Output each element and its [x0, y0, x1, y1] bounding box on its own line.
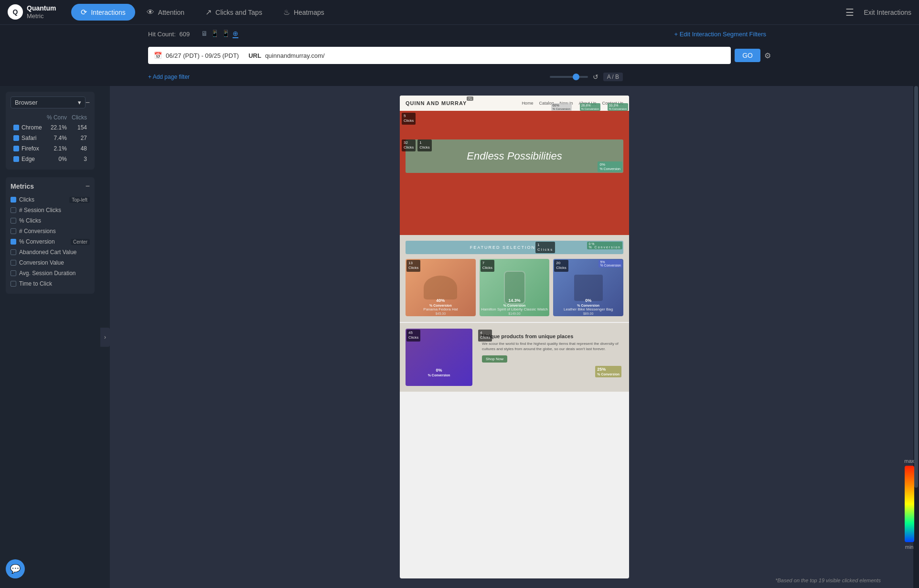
featured-bar: FEATURED SELECTION 1Clicks 0%% Conversio…	[406, 241, 623, 254]
calendar-icon: 📅	[154, 52, 162, 59]
edit-segment-button[interactable]: + Edit Interaction Segment Filters	[674, 31, 766, 38]
metric-checkbox-pct-conversion[interactable]	[11, 239, 16, 245]
desktop-icon[interactable]: 🖥	[201, 30, 208, 38]
chat-icon: 💬	[10, 564, 21, 574]
hat-name: Panama Fedora Hat	[406, 307, 476, 311]
logo-text: Quantum Metric	[27, 4, 56, 20]
browser-checkbox[interactable]	[13, 125, 19, 130]
tab-interactions[interactable]: ⟳ Interactions	[71, 4, 135, 21]
tab-clicks-taps[interactable]: ↗ Clicks and Taps	[196, 4, 272, 21]
metric-label-abandoned-cart: Abandoned Cart Value	[19, 249, 77, 256]
tab-heatmaps[interactable]: ♨ Heatmaps	[274, 4, 334, 21]
exit-interactions-button[interactable]: Exit Interactions	[864, 9, 911, 16]
tab-attention[interactable]: 👁 Attention	[137, 4, 194, 21]
metric-checkbox-session-clicks[interactable]	[11, 207, 16, 213]
metric-label-avg-session: Avg. Session Duration	[19, 270, 76, 277]
browser-checkbox[interactable]	[13, 135, 19, 141]
product-card-bag: 20Clicks 0%% Conversion Leather Bike Mes…	[553, 259, 623, 316]
chat-button[interactable]: 💬	[6, 559, 25, 578]
watch-price: $149.00	[480, 312, 550, 315]
metric-pct-clicks[interactable]: % Clicks	[11, 215, 90, 226]
browser-row[interactable]: Chrome 22.1% 154	[11, 123, 89, 132]
url-input[interactable]: quinnandmurray.com/	[265, 52, 725, 59]
nav-conv-badge-26: 26.8%% Conversion	[580, 103, 600, 111]
metric-pct-conversion[interactable]: % Conversion Center	[11, 236, 90, 247]
sidebar: Browser ▾ − % Conv Clicks Chrome	[0, 86, 100, 588]
metric-checkbox-avg-session[interactable]	[11, 270, 16, 276]
browser-clicks: 27	[70, 133, 89, 143]
metric-checkbox-pct-clicks[interactable]	[11, 218, 16, 224]
settings-icon[interactable]: ⚙	[764, 51, 771, 60]
go-button[interactable]: GO	[735, 49, 760, 62]
logo-icon: Q	[8, 4, 23, 20]
url-label: URL	[248, 52, 261, 59]
browser-checkbox[interactable]	[13, 146, 19, 151]
metric-conversions[interactable]: # Conversions	[11, 226, 90, 236]
purple-conv: 0%% Conversion	[406, 368, 472, 377]
metric-checkbox-abandoned-cart[interactable]	[11, 249, 16, 255]
metric-label-session-clicks: # Session Clicks	[19, 207, 61, 214]
site-bottom: 45Clicks 0%% Conversion 4Clicks Unique p…	[400, 323, 629, 392]
date-range[interactable]: 06/27 (PDT) - 09/25 (PDT)	[166, 52, 239, 59]
browser-row[interactable]: Edge 0% 3	[11, 154, 89, 164]
purple-click-badge: 45Clicks	[406, 330, 420, 342]
metrics-panel: Metrics − Clicks Top-left # Session Clic…	[6, 177, 95, 294]
metrics-header: Metrics −	[11, 182, 90, 191]
metrics-panel-close[interactable]: −	[85, 182, 90, 191]
ab-slider[interactable]	[550, 76, 588, 78]
ab-button[interactable]: A / B	[603, 73, 623, 81]
metric-time-to-click[interactable]: Time to Click	[11, 278, 90, 289]
browser-conv: 0%	[45, 154, 69, 164]
metric-abandoned-cart[interactable]: Abandoned Cart Value	[11, 247, 90, 257]
browser-row[interactable]: Safari 7.4% 27	[11, 133, 89, 143]
browser-panel: Browser ▾ − % Conv Clicks Chrome	[6, 92, 95, 170]
metric-label-clicks: Clicks	[19, 196, 34, 203]
metric-label-time-to-click: Time to Click	[19, 280, 52, 287]
browser-name: Edge	[21, 156, 35, 162]
tab-attention-label: Attention	[158, 9, 184, 16]
device-icons: 🖥 📱 📱 ⊕	[201, 30, 238, 38]
browser-checkbox[interactable]	[13, 156, 19, 162]
hero-click-badge: 5Clicks	[402, 113, 416, 125]
watch-conv: 14.3%% Conversion	[480, 298, 550, 308]
scale-max-label: max	[904, 458, 914, 464]
url-bar: 📅 06/27 (PDT) - 09/25 (PDT) URL quinnand…	[148, 47, 731, 64]
browser-row[interactable]: Firefox 2.1% 48	[11, 144, 89, 153]
browser-dropdown[interactable]: Browser ▾	[11, 96, 85, 108]
metric-conversion-value[interactable]: Conversion Value	[11, 257, 90, 268]
site-featured: FEATURED SELECTION 1Clicks 0%% Conversio…	[400, 235, 629, 322]
logo[interactable]: Q Quantum Metric	[8, 4, 56, 20]
metric-checkbox-clicks[interactable]	[11, 197, 16, 203]
ab-slider-thumb	[573, 74, 579, 80]
add-page-filter-button[interactable]: + Add page filter	[148, 74, 190, 80]
menu-icon[interactable]: ☰	[845, 7, 854, 18]
metric-checkbox-conversion-value[interactable]	[11, 260, 16, 266]
tablet-icon[interactable]: 📱	[211, 30, 219, 38]
metric-checkbox-time-to-click[interactable]	[11, 281, 16, 287]
browser-panel-close[interactable]: −	[85, 98, 90, 107]
metrics-list: Clicks Top-left # Session Clicks % Click…	[11, 194, 90, 289]
metric-session-clicks[interactable]: # Session Clicks	[11, 205, 90, 215]
shop-now-button[interactable]: Shop Now	[482, 355, 507, 363]
hero-banner: Endless Possibilities 0%% Conversion	[406, 139, 623, 173]
metric-clicks[interactable]: Clicks Top-left	[11, 194, 90, 205]
inner-click-1: 1Clicks	[417, 139, 431, 151]
phone-icon[interactable]: 📱	[222, 30, 230, 38]
site-nav: QUINN AND MURRAY Home Catalog New In Abo…	[400, 96, 629, 111]
hat-conv: 40%% Conversion	[406, 298, 476, 308]
sidebar-expand-button[interactable]: ›	[100, 328, 110, 347]
metric-avg-session[interactable]: Avg. Session Duration	[11, 268, 90, 278]
browser-name: Chrome	[21, 124, 42, 131]
browser-col-clicks: Clicks	[70, 113, 89, 122]
heatmap-icon: ♨	[283, 8, 290, 17]
all-devices-icon[interactable]: ⊕	[233, 30, 238, 38]
browser-clicks: 3	[70, 154, 89, 164]
metric-checkbox-conversions[interactable]	[11, 228, 16, 234]
reload-icon[interactable]: ↺	[593, 73, 598, 81]
hit-count-value: 609	[179, 31, 190, 38]
metric-badge-clicks: Top-left	[69, 197, 90, 203]
page-filter-row: + Add page filter ↺ A / B	[0, 68, 919, 86]
browser-name: Safari	[21, 135, 36, 141]
metric-label-pct-clicks: % Clicks	[19, 217, 41, 224]
tab-clicks-taps-label: Clicks and Taps	[215, 9, 262, 16]
